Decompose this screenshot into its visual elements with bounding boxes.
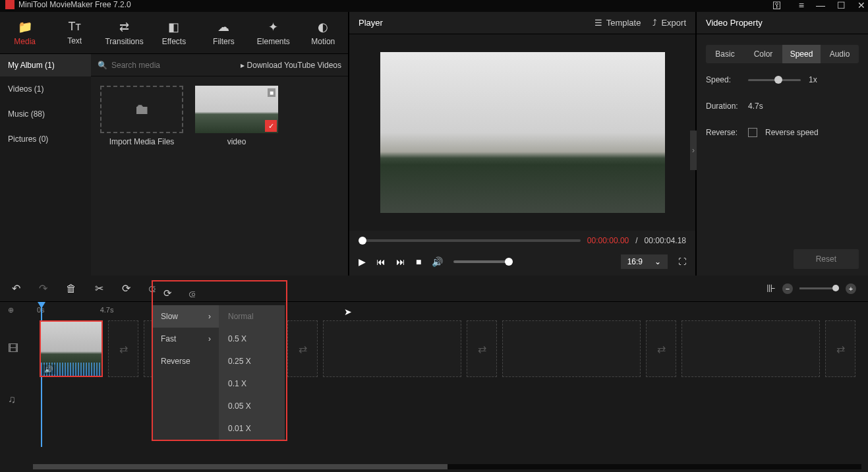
video-preview[interactable] (380, 52, 665, 213)
audio-track[interactable]: ♫ (0, 380, 868, 419)
progress-track[interactable] (359, 239, 581, 242)
sidebar-item-videos[interactable]: Videos (1) (0, 76, 91, 102)
tab-elements[interactable]: ✦ Elements (248, 12, 298, 53)
progress-thumb[interactable] (359, 237, 366, 245)
stop-button[interactable]: ■ (416, 256, 421, 267)
import-media-button[interactable]: 🖿 (100, 86, 183, 133)
time-separator: / (635, 236, 637, 245)
timeline-ruler[interactable]: ⊕ 0s 4.7s (0, 302, 868, 318)
tab-color[interactable]: Color (744, 45, 782, 63)
speed-slider[interactable] (748, 79, 801, 81)
property-tabs: Basic Color Speed Audio (706, 45, 859, 63)
key-icon[interactable]: ⚿ (772, 0, 782, 11)
template-button[interactable]: ☰ Template (594, 18, 641, 28)
delete-button[interactable]: 🗑 (66, 283, 76, 295)
zoom-thumb[interactable] (832, 285, 839, 291)
elements-icon: ✦ (268, 20, 278, 34)
clip-placeholder[interactable] (502, 320, 641, 377)
speed-menu-slow[interactable]: Slow › (153, 305, 219, 328)
minimize-button[interactable]: — (816, 0, 825, 11)
download-youtube-link[interactable]: ▸ Download YouTube Videos (241, 61, 341, 70)
sidebar-item-pictures[interactable]: Pictures (0) (0, 127, 91, 152)
speed-menu-right: Normal 0.5 X 0.25 X 0.1 X 0.05 X 0.01 X (219, 305, 285, 440)
duration-row: Duration: 4.7s (706, 102, 859, 111)
tab-effects[interactable]: ◧ Effects (149, 12, 198, 53)
speed-menu-fast[interactable]: Fast › (153, 328, 219, 350)
ruler-mark: 4.7s (100, 306, 114, 314)
reverse-row: Reverse: Reverse speed (706, 128, 859, 137)
zoom-in-button[interactable]: + (846, 283, 856, 294)
add-track-button[interactable]: ⊕ (8, 306, 14, 314)
time-current: 00:00:00.00 (587, 236, 629, 245)
maximize-button[interactable]: ☐ (837, 0, 846, 11)
fullscreen-button[interactable]: ⛶ (678, 257, 686, 266)
youtube-icon: ▸ (241, 61, 245, 70)
volume-icon[interactable]: 🔊 (432, 256, 443, 267)
speed-menu-reverse[interactable]: Reverse (153, 350, 219, 372)
speed-option-05[interactable]: 0.5 X (219, 328, 285, 350)
speed-option-001[interactable]: 0.01 X (219, 417, 285, 440)
tab-transitions[interactable]: ⇄ Transitions (100, 12, 149, 53)
transition-placeholder[interactable]: ⇄ (467, 320, 497, 377)
clip-placeholder[interactable] (681, 320, 820, 377)
import-label: Import Media Files (109, 137, 175, 146)
export-button[interactable]: ⤴ Export (652, 18, 686, 28)
speed-option-005[interactable]: 0.05 X (219, 395, 285, 417)
menu-icon[interactable]: ≡ (799, 0, 804, 11)
play-button[interactable]: ▶ (359, 256, 366, 267)
sidebar-album[interactable]: My Album (1) (0, 54, 91, 76)
volume-thumb[interactable] (505, 258, 513, 266)
tab-label: Motion (311, 37, 335, 46)
app-title: MiniTool MovieMaker Free 7.2.0 (18, 0, 131, 9)
sidebar-item-music[interactable]: Music (88) (0, 102, 91, 127)
tab-motion[interactable]: ◐ Motion (299, 12, 348, 53)
tab-media[interactable]: 📁 Media (0, 12, 49, 53)
reverse-checkbox[interactable] (748, 128, 757, 137)
speed-value: 1x (809, 75, 817, 84)
undo-button[interactable]: ↶ (12, 282, 20, 295)
property-body: Speed: 1x Duration: 4.7s Reverse: Revers… (697, 63, 868, 149)
transition-placeholder[interactable]: ⇄ (646, 320, 676, 377)
tab-speed[interactable]: Speed (782, 45, 821, 63)
crop-icon[interactable]: ⟃ (189, 288, 195, 299)
tab-audio[interactable]: Audio (821, 45, 859, 63)
reset-button[interactable]: Reset (794, 249, 859, 269)
duration-label: Duration: (706, 102, 740, 111)
scrollbar-thumb[interactable] (33, 464, 448, 469)
prev-button[interactable]: ⏮ (376, 256, 386, 267)
speed-option-01[interactable]: 0.1 X (219, 372, 285, 395)
horizontal-scrollbar[interactable] (33, 464, 861, 469)
close-button[interactable]: ✕ (857, 0, 865, 11)
fit-icon[interactable]: ⊪ (767, 282, 776, 295)
chevron-right-icon: › (208, 334, 211, 343)
player-panel: Player ☰ Template ⤴ Export 00:00:00.00 /… (348, 12, 697, 276)
transition-placeholder[interactable]: ⇄ (825, 320, 855, 377)
next-button[interactable]: ⏭ (396, 256, 405, 267)
redo-button[interactable]: ↷ (39, 282, 47, 295)
speed-option-025[interactable]: 0.25 X (219, 350, 285, 372)
video-clip[interactable]: 🔊 (40, 320, 103, 377)
zoom-slider[interactable] (799, 287, 839, 289)
collapse-tab[interactable]: › (690, 131, 697, 170)
cut-button[interactable]: ✂ (95, 282, 103, 295)
speed-option-normal[interactable]: Normal (219, 305, 285, 328)
menu-label: Slow (161, 312, 178, 321)
video-track[interactable]: 🎞 🔊 ⇄ ⤓ ⇄ ⇄ ⇄ ⇄ (0, 318, 868, 380)
volume-slider[interactable] (453, 260, 513, 263)
speed-icon[interactable]: ⟳ (163, 287, 172, 299)
reverse-text: Reverse speed (765, 128, 819, 137)
clip-placeholder[interactable] (323, 320, 461, 377)
speed-tool-button[interactable]: ⟳ (122, 282, 130, 295)
tab-label: Text (67, 36, 82, 45)
video-thumbnail[interactable]: ■ ✓ (195, 86, 278, 133)
tab-text[interactable]: Tт Text (49, 12, 99, 53)
zoom-out-button[interactable]: − (782, 283, 793, 294)
tab-basic[interactable]: Basic (706, 45, 744, 63)
tab-filters[interactable]: ☁ Filters (199, 12, 248, 53)
chevron-right-icon: › (208, 312, 211, 321)
transition-placeholder[interactable]: ⇄ (108, 320, 138, 377)
speed-thumb[interactable] (774, 76, 782, 84)
transition-placeholder[interactable]: ⇄ (287, 320, 318, 377)
aspect-select[interactable]: 16:9 ⌄ (621, 254, 668, 269)
search-input[interactable] (111, 61, 237, 70)
